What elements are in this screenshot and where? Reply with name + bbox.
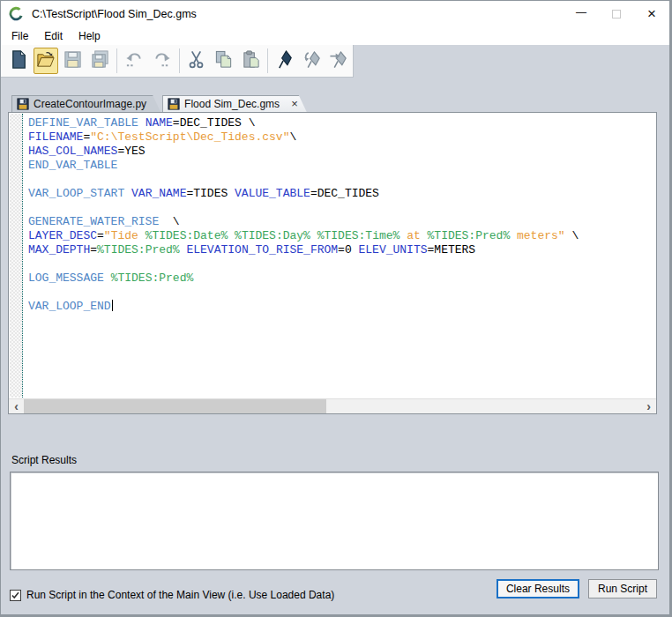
copy-icon xyxy=(213,49,234,73)
navigate-flag-button[interactable] xyxy=(273,48,298,74)
code-line: END_VAR_TABLE xyxy=(28,159,656,173)
flag-back-icon xyxy=(302,49,323,73)
toolbar xyxy=(1,45,354,78)
undo-icon xyxy=(124,49,145,73)
open-folder-icon xyxy=(35,49,56,73)
scrollbar-track[interactable] xyxy=(24,399,641,413)
copy-button[interactable] xyxy=(211,48,236,74)
code-line: LOG_MESSAGE %TIDES:Pred% xyxy=(28,271,656,286)
tab-label: Flood Sim_Dec.gms xyxy=(184,98,280,110)
code-line: VAR_LOOP_END xyxy=(28,300,656,314)
code-line xyxy=(28,173,656,187)
maximize-button[interactable] xyxy=(599,1,634,26)
app-window: C:\TestScript\Flood Sim_Dec.gms — × File… xyxy=(0,0,672,617)
saved-file-icon xyxy=(17,98,29,110)
redo-button[interactable] xyxy=(149,48,175,74)
toolbar-separator xyxy=(116,48,117,73)
tab-close-icon[interactable]: × xyxy=(291,98,298,109)
code-line xyxy=(28,201,656,215)
maximize-icon xyxy=(612,10,621,19)
script-editor: DEFINE_VAR_TABLE NAME=DEC_TIDES \FILENAM… xyxy=(8,112,657,414)
run-script-button[interactable]: Run Script xyxy=(588,579,657,598)
toolbar-separator xyxy=(179,48,180,73)
editor-body: DEFINE_VAR_TABLE NAME=DEC_TIDES \FILENAM… xyxy=(9,113,656,398)
paste-icon xyxy=(241,49,261,73)
minimize-button[interactable]: — xyxy=(564,1,599,26)
tab-create-contour-image[interactable]: CreateContourImage.py xyxy=(11,95,161,112)
save-all-icon xyxy=(90,49,110,73)
redo-icon xyxy=(152,49,172,73)
new-file-icon xyxy=(9,49,29,73)
navigate-flag-back-button[interactable] xyxy=(300,48,325,74)
code-line: VAR_LOOP_START VAR_NAME=TIDES VALUE_TABL… xyxy=(28,187,656,201)
scrollbar-thumb[interactable] xyxy=(24,399,326,413)
tab-flood-sim-dec[interactable]: Flood Sim_Dec.gms × xyxy=(162,95,307,112)
scroll-right-arrow-icon[interactable]: › xyxy=(641,399,656,413)
toolbar-separator xyxy=(267,48,268,73)
code-line: DEFINE_VAR_TABLE NAME=DEC_TIDES \ xyxy=(28,116,656,130)
footer: Run Script in the Context of the Main Vi… xyxy=(1,570,669,614)
undo-button[interactable] xyxy=(122,48,147,74)
save-button[interactable] xyxy=(60,48,86,74)
script-results-output[interactable] xyxy=(10,472,659,570)
code-line xyxy=(28,257,656,271)
code-line: HAS_COL_NAMES=YES xyxy=(28,145,656,159)
code-line: LAYER_DESC="Tide %TIDES:Date% %TIDES:Day… xyxy=(28,229,656,243)
open-file-button[interactable] xyxy=(34,48,59,74)
code-line: FILENAME="C:\TestScript\Dec_Tides.csv"\ xyxy=(28,130,656,145)
run-context-checkbox-row: Run Script in the Context of the Main Vi… xyxy=(10,589,334,601)
save-icon xyxy=(63,49,83,73)
main-content: CreateContourImage.py Flood Sim_Dec.gms … xyxy=(1,78,669,614)
window-title: C:\TestScript\Flood Sim_Dec.gms xyxy=(32,8,564,20)
menu-help[interactable]: Help xyxy=(71,28,108,44)
app-logo-icon xyxy=(8,6,24,22)
saved-file-icon xyxy=(168,98,180,110)
footer-buttons: Clear Results Run Script xyxy=(497,579,657,598)
close-button[interactable]: × xyxy=(634,1,669,26)
title-bar: C:\TestScript\Flood Sim_Dec.gms — × xyxy=(1,1,669,26)
code-line: MAX_DEPTH=%TIDES:Pred% ELEVATION_TO_RISE… xyxy=(28,243,656,257)
script-results-label: Script Results xyxy=(11,454,669,466)
code-line: GENERATE_WATER_RISE \ xyxy=(28,215,656,229)
new-file-button[interactable] xyxy=(6,48,32,74)
navigate-flag-forward-button[interactable] xyxy=(326,48,352,74)
run-context-checkbox[interactable] xyxy=(10,590,21,601)
run-context-checkbox-label[interactable]: Run Script in the Context of the Main Vi… xyxy=(26,589,334,601)
clear-results-button[interactable]: Clear Results xyxy=(497,579,579,598)
code-area[interactable]: DEFINE_VAR_TABLE NAME=DEC_TIDES \FILENAM… xyxy=(23,113,656,398)
horizontal-scrollbar: ‹ › xyxy=(9,398,656,413)
cut-button[interactable] xyxy=(184,48,210,74)
editor-fold-gutter xyxy=(10,114,23,398)
toolbar-row xyxy=(1,45,669,78)
text-caret xyxy=(112,300,113,311)
tab-strip: CreateContourImage.py Flood Sim_Dec.gms … xyxy=(11,95,669,112)
flag-forward-icon xyxy=(329,49,349,73)
flag-icon xyxy=(275,49,295,73)
menu-file[interactable]: File xyxy=(4,28,36,44)
cut-icon xyxy=(186,49,206,73)
code-line xyxy=(28,286,656,300)
close-icon: × xyxy=(647,6,656,21)
menu-bar: File Edit Help xyxy=(1,26,669,45)
menu-edit[interactable]: Edit xyxy=(36,28,71,44)
save-all-button[interactable] xyxy=(87,48,113,74)
paste-button[interactable] xyxy=(238,48,264,74)
scroll-left-arrow-icon[interactable]: ‹ xyxy=(9,399,24,413)
tab-label: CreateContourImage.py xyxy=(34,98,146,110)
